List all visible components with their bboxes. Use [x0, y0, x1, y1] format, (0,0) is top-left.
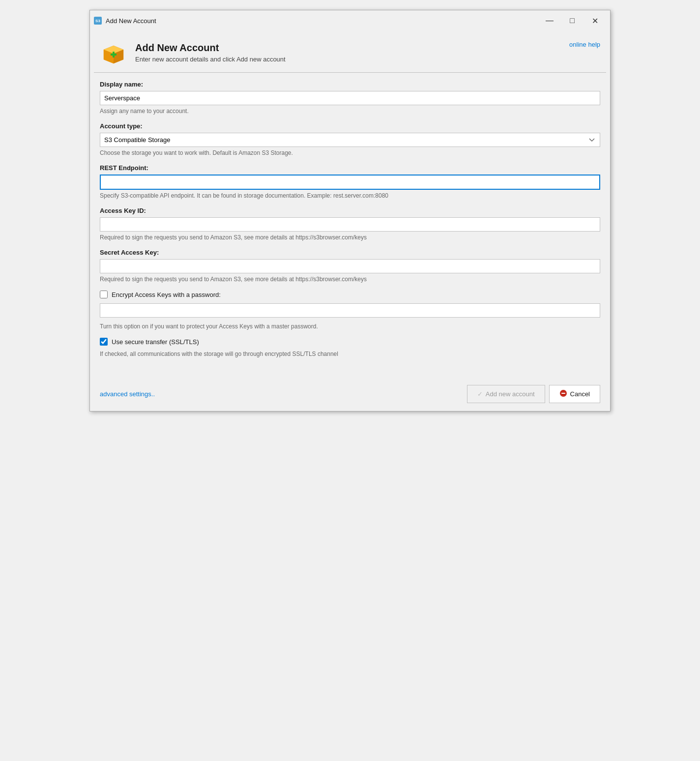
header-subtitle: Enter new account details and click Add … [135, 56, 286, 63]
cancel-icon [559, 389, 567, 399]
rest-endpoint-group: REST Endpoint: Specify S3-compatible API… [100, 164, 600, 199]
display-name-hint: Assign any name to your account. [100, 108, 600, 115]
display-name-input[interactable] [100, 91, 600, 105]
secret-key-label: Secret Access Key: [100, 249, 600, 256]
ssl-group: Use secure transfer (SSL/TLS) If checked… [100, 338, 600, 357]
main-window: S3 Add New Account — □ ✕ [89, 10, 611, 411]
ssl-hint: If checked, all communications with the … [100, 351, 600, 357]
display-name-group: Display name: Assign any name to your ac… [100, 81, 600, 115]
rest-endpoint-hint: Specify S3-compatible API endpoint. It c… [100, 192, 600, 199]
encrypt-checkbox-row: Encrypt Access Keys with a password: [100, 291, 600, 298]
encrypt-label[interactable]: Encrypt Access Keys with a password: [112, 291, 221, 298]
header-section: Add New Account Enter new account detail… [90, 31, 610, 72]
window-title: Add New Account [106, 17, 534, 25]
account-type-label: Account type: [100, 122, 600, 130]
app-icon-small: S3 [94, 17, 102, 25]
cancel-button[interactable]: Cancel [549, 385, 600, 403]
svg-text:S3: S3 [95, 19, 100, 23]
account-type-group: Account type: S3 Compatible Storage Amaz… [100, 122, 600, 156]
title-bar: S3 Add New Account — □ ✕ [90, 10, 610, 31]
header-text: Add New Account Enter new account detail… [135, 42, 286, 63]
encrypt-password-input[interactable] [100, 303, 600, 318]
secret-key-hint: Required to sign the requests you send t… [100, 276, 600, 283]
encrypt-hint: Turn this option on if you want to prote… [100, 323, 600, 330]
online-help-link[interactable]: online help [569, 41, 600, 48]
secret-key-group: Secret Access Key: Required to sign the … [100, 249, 600, 283]
display-name-label: Display name: [100, 81, 600, 88]
encrypt-group: Encrypt Access Keys with a password: Tur… [100, 291, 600, 330]
secret-key-input[interactable] [100, 259, 600, 273]
minimize-button[interactable]: — [538, 13, 561, 28]
svg-rect-7 [113, 52, 115, 58]
window-controls: — □ ✕ [538, 13, 606, 28]
access-key-label: Access Key ID: [100, 207, 600, 214]
access-key-hint: Required to sign the requests you send t… [100, 234, 600, 241]
ssl-checkbox[interactable] [100, 338, 108, 346]
encrypt-checkbox[interactable] [100, 291, 108, 298]
account-type-hint: Choose the storage you want to work with… [100, 149, 600, 156]
form-section: Display name: Assign any name to your ac… [90, 73, 610, 373]
bottom-buttons: ✓ Add new account Cancel [467, 385, 600, 403]
bottom-bar: advanced settings.. ✓ Add new account Ca… [90, 377, 610, 411]
advanced-settings-link[interactable]: advanced settings.. [100, 390, 155, 398]
maximize-button[interactable]: □ [561, 13, 583, 28]
ssl-checkbox-row: Use secure transfer (SSL/TLS) [100, 338, 600, 346]
rest-endpoint-label: REST Endpoint: [100, 164, 600, 172]
account-type-select[interactable]: S3 Compatible Storage Amazon S3 Storage … [100, 133, 600, 147]
ssl-label[interactable]: Use secure transfer (SSL/TLS) [112, 338, 199, 346]
header-title: Add New Account [135, 42, 286, 54]
header-left: Add New Account Enter new account detail… [100, 39, 286, 66]
checkmark-icon: ✓ [477, 390, 483, 398]
add-account-button[interactable]: ✓ Add new account [467, 385, 545, 403]
close-button[interactable]: ✕ [583, 13, 606, 28]
rest-endpoint-input[interactable] [100, 175, 600, 190]
access-key-group: Access Key ID: Required to sign the requ… [100, 207, 600, 241]
access-key-input[interactable] [100, 217, 600, 232]
app-icon-large [100, 39, 127, 66]
